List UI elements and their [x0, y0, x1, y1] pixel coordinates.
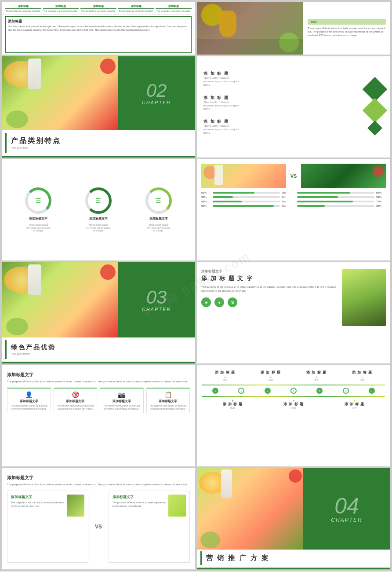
slide12-main-title: 营 销 推 广 方 案 — [206, 554, 382, 562]
tab-item-4: 添加标题 The template is extremely beautiful… — [118, 4, 154, 12]
slide8-icon-crown: ♛ — [228, 297, 237, 307]
feature-title-2: 添加标题文字 — [57, 400, 94, 403]
slide2-image — [197, 2, 303, 55]
bar-row-l4: 91% Text — [201, 205, 290, 207]
slide11-vs-section: 添加标题文字 The purpose of life is to live it… — [7, 491, 190, 563]
slide4-titles: 添 加 标 题 Theme color makes ituniversal in… — [203, 71, 362, 143]
tl-circle-1: 1 — [212, 388, 218, 394]
slide2-text-area: Text The purpose of life is to live it, … — [303, 2, 390, 55]
bar-track-r4 — [297, 205, 375, 207]
slide8-left: 添加标题文字 添 加 标 题 文 字 The purpose of life i… — [201, 269, 338, 357]
timeline-line — [202, 385, 385, 385]
feature-icon-1: 👤 — [10, 391, 48, 398]
tb-sub-3: 文字 — [324, 407, 385, 409]
slide7-sub-title: The part three — [11, 352, 187, 356]
slide3-image — [2, 56, 118, 130]
circle-title-2: 添加标题文本 — [89, 216, 108, 221]
bar-track-l1 — [213, 192, 280, 194]
slide4-item-3: 添 加 标 题 Theme color makes ituniversal in… — [203, 119, 362, 135]
slide12-chapter-num: 04 — [334, 495, 359, 517]
bar-pct-l4: 91% — [201, 205, 211, 207]
bar-fill-l1 — [213, 192, 254, 194]
slide6-right-bars: 69% 53% 72% 36% — [297, 191, 386, 209]
bar-fill-r4 — [297, 205, 325, 207]
bar-fill-r3 — [297, 201, 353, 202]
feature-title-1: 添加标题文字 — [10, 400, 48, 403]
tab-title-1: 添加标题 — [5, 4, 41, 9]
slide8-desc: The purpose of life is to live it, to ta… — [201, 285, 338, 293]
bar-track-l4 — [213, 205, 280, 207]
tab-title-5: 添加标题 — [156, 4, 192, 9]
slide7-image — [2, 262, 118, 337]
bar-track-r2 — [297, 196, 375, 198]
feature-box-4: 📋 添加标题文字 The purpose point stands by pur… — [146, 388, 190, 413]
slide9-desc: The purpose of life is to live it, to ta… — [7, 380, 190, 383]
tab-title-2: 添加标题 — [43, 4, 79, 9]
bar-fill-r1 — [297, 192, 351, 194]
timeline-line-2 — [202, 396, 385, 397]
slide2-description: The purpose of life is to live it, to ta… — [308, 27, 386, 37]
bar-track-r3 — [297, 201, 375, 202]
vs-middle-label: VS — [93, 491, 104, 563]
tl-circle-4: 4 — [290, 388, 297, 394]
tab-sub-3: The template is extremely beautiful. — [80, 10, 116, 12]
slide6-vs-label: VS — [288, 173, 300, 179]
slide4-title-3: 添 加 标 题 — [203, 119, 362, 125]
timeline-circles: 1 2 3 4 5 6 7 — [202, 388, 385, 394]
tb-title-1: 添 加 标 题 — [202, 402, 263, 407]
circle-icon-2: ☰ — [95, 197, 101, 204]
slide12-chapter-text: CHAPTER — [331, 517, 362, 523]
slide7-chapter-num: 03 — [146, 288, 167, 307]
slide4-item-1: 添 加 标 题 Theme color makes ituniversal in… — [203, 71, 362, 87]
tl-top-2: 添 加 标 题 ● 标题 — [248, 370, 294, 381]
tab-sub-2: The template is extremely beautiful. — [43, 10, 79, 12]
slide4-diamonds — [366, 81, 384, 133]
tab-sub-5: The template is extremely beautiful. — [156, 10, 192, 12]
tl-title-3: 添 加 标 题 — [294, 370, 339, 375]
feature-box-1: 👤 添加标题文字 The purpose point stands by pur… — [7, 388, 51, 413]
slide-1: 添加标题 The template is extremely beautiful… — [2, 2, 195, 55]
tab-item-3: 添加标题 The template is extremely beautiful… — [80, 4, 116, 12]
slide8-fig-image — [342, 269, 386, 326]
bar-row-l1: 62% Text — [201, 191, 290, 194]
tl-bot-1: ▼ 添 加 标 题 添加 — [202, 400, 263, 409]
slide10-top-row: 添 加 标 题 ● 添加 添 加 标 题 ● 标题 添 加 标 题 ● 文字 添… — [202, 370, 385, 381]
tl-top-3: 添 加 标 题 ● 文字 — [294, 370, 339, 381]
tb-sub-2: 标题 — [263, 407, 324, 409]
tl-title-1: 添 加 标 题 — [202, 370, 248, 375]
tb-title-2: 添 加 标 题 — [263, 402, 324, 407]
feature-icon-2: 🎯 — [57, 391, 94, 398]
bar-pct-r1: 69% — [376, 191, 386, 194]
slide6-left-bars: 62% Text 30% Text 43% Text 91% T — [201, 191, 290, 209]
slide12-image — [197, 468, 303, 550]
slide-6: VS 62% Text 30% Text 43% — [197, 159, 390, 260]
slide11-desc: The purpose of life is to live it, to ta… — [7, 483, 190, 486]
slide4-sub-2: Theme color makes ituniversal in your su… — [203, 101, 362, 111]
bar-track-l3 — [213, 201, 280, 202]
feature-icon-4: 📋 — [149, 391, 187, 398]
tab-title-3: 添加标题 — [80, 4, 116, 9]
slide-11: 添加标题文字 The purpose of life is to live it… — [2, 468, 195, 569]
slide7-top: 03 CHAPTER — [2, 262, 195, 337]
bar-pct-l3: 43% — [201, 200, 211, 203]
circle-icon-1: ☰ — [36, 197, 41, 204]
slide3-bottom: 产品类别特点 The part two — [5, 133, 192, 153]
tab-item-5: 添加标题 The template is extremely beautiful… — [156, 4, 192, 12]
slide8-title1: 添加标题文字 — [201, 269, 338, 274]
slide4-title-1: 添 加 标 题 — [203, 71, 362, 77]
slide8-title2: 添 加 标 题 文 字 — [201, 275, 338, 282]
slide-12-chapter04: 04 CHAPTER 营 销 推 广 方 案 — [197, 468, 390, 569]
slide-10: 添 加 标 题 ● 添加 添 加 标 题 ● 标题 添 加 标 题 ● 文字 添… — [197, 365, 390, 466]
tl-sub-4: 内容 — [339, 378, 385, 381]
slide4-title-2: 添 加 标 题 — [203, 95, 362, 101]
slide3-main-title: 产品类别特点 — [11, 136, 187, 146]
slide6-left-image — [201, 164, 286, 188]
feature-box-2: 🎯 添加标题文字 The purpose point stands by pur… — [54, 388, 98, 413]
bar-text-l1: Text — [282, 191, 290, 194]
circle-ring-3: ☰ — [145, 187, 172, 214]
tl-circle-6: 6 — [343, 388, 349, 394]
circle-title-3: 添加标题文本 — [149, 216, 168, 221]
slide3-chapter-text: CHAPTER — [142, 100, 171, 105]
vs-box-left: 添加标题文字 The purpose of life is to live it… — [7, 491, 88, 563]
bar-track-l2 — [213, 196, 280, 198]
